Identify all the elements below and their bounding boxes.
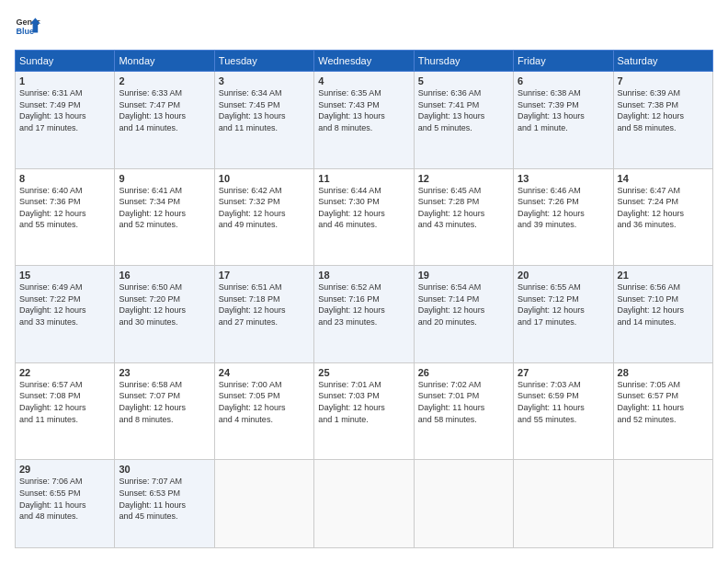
calendar-cell: 17Sunrise: 6:51 AMSunset: 7:18 PMDayligh… xyxy=(214,266,313,363)
cell-line: Sunrise: 7:01 AM xyxy=(318,379,409,391)
cell-line: and 43 minutes. xyxy=(418,219,509,231)
cell-line: Daylight: 13 hours xyxy=(318,110,409,122)
cell-line: and 58 minutes. xyxy=(618,122,709,134)
cell-line: Sunset: 6:53 PM xyxy=(119,488,210,500)
cell-line: Daylight: 13 hours xyxy=(119,110,210,122)
cell-line: Sunset: 7:26 PM xyxy=(518,196,609,208)
calendar-cell: 24Sunrise: 7:00 AMSunset: 7:05 PMDayligh… xyxy=(214,362,313,460)
cell-line: Daylight: 11 hours xyxy=(618,402,709,414)
day-number: 18 xyxy=(318,270,409,281)
cell-line: Sunset: 7:07 PM xyxy=(119,390,210,402)
cell-line: Daylight: 12 hours xyxy=(219,304,310,316)
day-number: 23 xyxy=(119,367,210,378)
day-number: 8 xyxy=(19,173,110,184)
calendar-cell: 3Sunrise: 6:34 AMSunset: 7:45 PMDaylight… xyxy=(214,72,313,169)
cell-line: Sunset: 7:32 PM xyxy=(219,196,310,208)
calendar-cell: 15Sunrise: 6:49 AMSunset: 7:22 PMDayligh… xyxy=(16,266,115,363)
calendar-cell: 28Sunrise: 7:05 AMSunset: 6:57 PMDayligh… xyxy=(613,362,712,460)
calendar-cell xyxy=(613,460,712,548)
calendar-cell: 13Sunrise: 6:46 AMSunset: 7:26 PMDayligh… xyxy=(514,168,613,266)
cell-content: Sunrise: 7:01 AMSunset: 7:03 PMDaylight:… xyxy=(318,379,409,425)
cell-line: Sunrise: 6:55 AM xyxy=(518,282,609,293)
cell-content: Sunrise: 6:47 AMSunset: 7:24 PMDaylight:… xyxy=(618,185,709,231)
day-number: 1 xyxy=(19,75,110,86)
calendar-cell: 18Sunrise: 6:52 AMSunset: 7:16 PMDayligh… xyxy=(314,266,414,363)
cell-line: Sunset: 7:38 PM xyxy=(618,99,709,111)
day-number: 26 xyxy=(418,367,509,378)
cell-content: Sunrise: 6:33 AMSunset: 7:47 PMDaylight:… xyxy=(119,87,210,133)
day-number: 19 xyxy=(418,270,509,281)
logo-icon: General Blue xyxy=(15,15,40,40)
cell-line: Sunrise: 6:58 AM xyxy=(119,379,210,391)
cell-line: Sunset: 7:49 PM xyxy=(19,99,110,111)
cell-line: and 58 minutes. xyxy=(418,414,509,426)
day-number: 5 xyxy=(418,75,509,86)
cell-content: Sunrise: 7:02 AMSunset: 7:01 PMDaylight:… xyxy=(418,379,509,425)
cell-content: Sunrise: 6:31 AMSunset: 7:49 PMDaylight:… xyxy=(19,87,110,133)
cell-content: Sunrise: 6:50 AMSunset: 7:20 PMDaylight:… xyxy=(119,282,210,327)
cell-line: Sunrise: 6:42 AM xyxy=(219,185,310,197)
cell-line: Sunset: 6:57 PM xyxy=(618,390,709,402)
cell-line: and 4 minutes. xyxy=(219,414,310,426)
day-number: 9 xyxy=(119,173,210,184)
day-number: 28 xyxy=(618,367,709,378)
cell-line: Sunset: 7:30 PM xyxy=(318,196,409,208)
cell-line: and 1 minute. xyxy=(318,414,409,426)
day-number: 13 xyxy=(518,173,609,184)
cell-line: and 14 minutes. xyxy=(618,316,709,328)
cell-content: Sunrise: 6:46 AMSunset: 7:26 PMDaylight:… xyxy=(518,185,609,231)
cell-line: Daylight: 12 hours xyxy=(618,304,709,316)
cell-line: Sunset: 7:47 PM xyxy=(119,99,210,111)
cell-content: Sunrise: 6:57 AMSunset: 7:08 PMDaylight:… xyxy=(19,379,110,425)
calendar-cell: 22Sunrise: 6:57 AMSunset: 7:08 PMDayligh… xyxy=(16,362,115,460)
logo: General Blue xyxy=(15,15,44,40)
cell-line: Sunrise: 6:40 AM xyxy=(19,185,110,197)
cell-line: Sunrise: 6:49 AM xyxy=(19,282,110,293)
day-number: 17 xyxy=(219,270,310,281)
cell-line: Daylight: 12 hours xyxy=(318,208,409,220)
cell-line: Sunset: 7:43 PM xyxy=(318,99,409,111)
cell-line: Sunrise: 6:46 AM xyxy=(518,185,609,197)
cell-line: Daylight: 12 hours xyxy=(518,208,609,220)
cell-line: Sunrise: 6:38 AM xyxy=(518,87,609,99)
cell-line: Sunset: 7:18 PM xyxy=(219,293,310,305)
cell-line: Sunset: 6:55 PM xyxy=(19,488,110,500)
cell-line: Daylight: 12 hours xyxy=(19,402,110,414)
cell-line: and 45 minutes. xyxy=(119,511,210,523)
cell-content: Sunrise: 6:34 AMSunset: 7:45 PMDaylight:… xyxy=(219,87,310,133)
cell-line: Daylight: 12 hours xyxy=(618,110,709,122)
cell-line: Daylight: 12 hours xyxy=(119,402,210,414)
cell-line: Sunset: 7:24 PM xyxy=(618,196,709,208)
cell-content: Sunrise: 7:05 AMSunset: 6:57 PMDaylight:… xyxy=(618,379,709,425)
cell-content: Sunrise: 6:54 AMSunset: 7:14 PMDaylight:… xyxy=(418,282,509,327)
calendar-cell: 14Sunrise: 6:47 AMSunset: 7:24 PMDayligh… xyxy=(613,168,712,266)
calendar-cell xyxy=(414,460,513,548)
calendar-cell: 8Sunrise: 6:40 AMSunset: 7:36 PMDaylight… xyxy=(16,168,115,266)
calendar-cell: 10Sunrise: 6:42 AMSunset: 7:32 PMDayligh… xyxy=(214,168,313,266)
cell-line: and 17 minutes. xyxy=(19,122,110,134)
day-number: 24 xyxy=(219,367,310,378)
calendar-cell: 7Sunrise: 6:39 AMSunset: 7:38 PMDaylight… xyxy=(613,72,712,169)
cell-line: Sunrise: 7:05 AM xyxy=(618,379,709,391)
cell-line: Daylight: 13 hours xyxy=(219,110,310,122)
weekday-header-wednesday: Wednesday xyxy=(314,51,414,72)
day-number: 16 xyxy=(119,270,210,281)
day-number: 6 xyxy=(518,75,609,86)
cell-line: Sunrise: 6:36 AM xyxy=(418,87,509,99)
calendar-cell: 23Sunrise: 6:58 AMSunset: 7:07 PMDayligh… xyxy=(115,362,214,460)
cell-line: Sunset: 7:12 PM xyxy=(518,293,609,305)
cell-content: Sunrise: 6:58 AMSunset: 7:07 PMDaylight:… xyxy=(119,379,210,425)
cell-line: Daylight: 12 hours xyxy=(418,304,509,316)
cell-line: and 27 minutes. xyxy=(219,316,310,328)
cell-line: Sunrise: 6:33 AM xyxy=(119,87,210,99)
calendar-cell: 29Sunrise: 7:06 AMSunset: 6:55 PMDayligh… xyxy=(16,460,115,548)
cell-line: Sunset: 7:01 PM xyxy=(418,390,509,402)
cell-line: and 8 minutes. xyxy=(318,122,409,134)
cell-content: Sunrise: 6:38 AMSunset: 7:39 PMDaylight:… xyxy=(518,87,609,133)
cell-line: Daylight: 12 hours xyxy=(318,402,409,414)
cell-line: and 11 minutes. xyxy=(219,122,310,134)
cell-content: Sunrise: 6:45 AMSunset: 7:28 PMDaylight:… xyxy=(418,185,509,231)
cell-line: Sunset: 7:16 PM xyxy=(318,293,409,305)
cell-line: and 8 minutes. xyxy=(119,414,210,426)
cell-content: Sunrise: 6:56 AMSunset: 7:10 PMDaylight:… xyxy=(618,282,709,327)
